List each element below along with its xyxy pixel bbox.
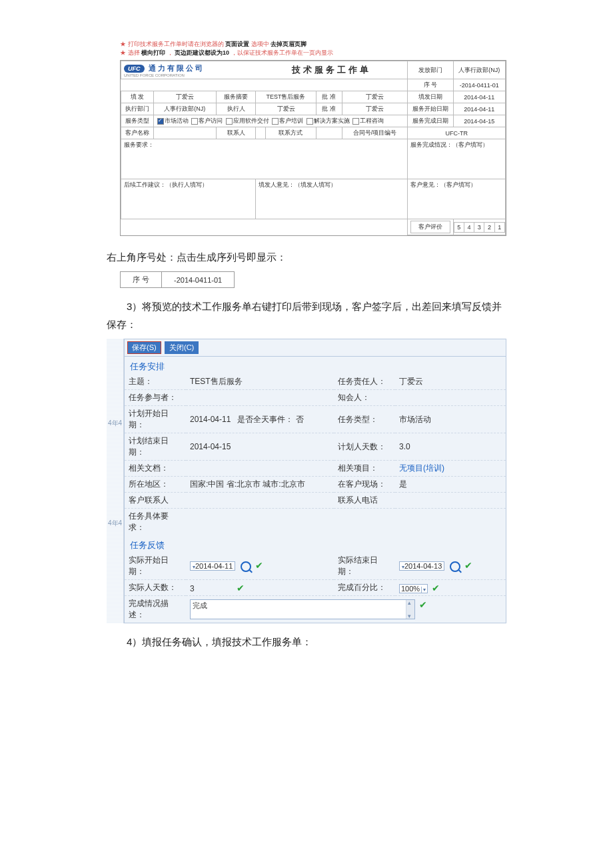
company-name: 通 力 有 限 公 司 (149, 64, 203, 72)
check-icon: ✔ (255, 560, 263, 571)
desc-textarea[interactable]: 完成 (190, 599, 415, 619)
rating-2[interactable]: 2 (484, 222, 494, 232)
doc-label: 相关文档： (125, 461, 186, 477)
value: 丁爱云 (256, 103, 316, 115)
opt-label: 客户培训 (279, 117, 303, 124)
service-type-options: 市场活动 客户访问 应用软件交付 客户培训 解决方案实施 工程咨询 (153, 115, 408, 127)
opt-label: 应用软件交付 (233, 117, 269, 124)
desc-value: 完成 (193, 601, 207, 609)
search-icon[interactable] (241, 561, 251, 572)
save-button[interactable]: 保存(S) (127, 341, 161, 354)
doc-value (186, 461, 334, 477)
calendar-side-strip: 4年4 4年4 (107, 339, 124, 623)
close-button[interactable]: 关闭(C) (165, 341, 199, 354)
label: 执行人 (216, 103, 256, 115)
percent-value: 100% (401, 585, 420, 593)
note-text: 选项中 (251, 41, 269, 47)
scrollbar[interactable] (406, 600, 414, 619)
checkbox-icon[interactable] (191, 118, 198, 125)
search-icon[interactable] (450, 561, 460, 572)
percent-cell: 100%▾ ✔ (395, 580, 506, 596)
rating-4[interactable]: 4 (464, 222, 474, 232)
serial-snip-value: -2014-0411-01 (162, 272, 235, 288)
task-panel: 保存(S) 关闭(C) 任务安排 主题： TEST售后服务 任务责任人： 丁爱云… (124, 339, 506, 623)
requirement-value (186, 509, 506, 536)
serial-snippet: 序 号 -2014-0411-01 (120, 271, 235, 288)
paragraph: 右上角序号处：点击生成序列号即显示： (107, 248, 506, 266)
rating-label: 客户评价 (411, 221, 450, 233)
section-title-feedback: 任务反馈 (125, 535, 506, 553)
contact-label: 客户联系人 (125, 493, 186, 509)
opt-label: 工程咨询 (360, 117, 384, 124)
document-page: ★ 打印技术服务工作单时请在浏览器的 页面设置 选项中 去掉页眉页脚 ★ 选择 … (0, 0, 613, 736)
service-form-screenshot: ★ 打印技术服务工作单时请在浏览器的 页面设置 选项中 去掉页眉页脚 ★ 选择 … (120, 40, 506, 236)
project-link[interactable]: 无项目(培训) (395, 461, 506, 477)
rating-5[interactable]: 5 (454, 222, 464, 232)
check-icon: ✔ (237, 583, 245, 593)
allday-value: 否 (296, 415, 304, 424)
actual-end-datepicker[interactable]: ▾2014-04-13 (399, 561, 444, 571)
subject-label: 主题： (125, 374, 186, 390)
actual-end-label: 实际结束日期： (334, 553, 395, 580)
issuer-opinion-area: 填发人意见：（填发人填写） (256, 179, 408, 219)
value: 2014-04-11 (453, 103, 505, 115)
plan-start-value: 2014-04-11 是否全天事件： 否 (186, 406, 334, 433)
location-value: 国家:中国 省:北京市 城市:北京市 (186, 477, 334, 493)
owner-label: 任务责任人： (334, 374, 395, 390)
value: 人事行政部(NJ) (153, 103, 216, 115)
allday-label: 是否全天事件： (237, 415, 293, 424)
actual-days-cell: 3 ✔ (186, 580, 334, 596)
serial-value: -2014-0411-01 (453, 79, 505, 91)
participant-value (186, 390, 334, 406)
task-type-value: 市场活动 (395, 406, 506, 433)
check-icon: ✔ (464, 560, 472, 571)
participant-label: 任务参与者： (125, 390, 186, 406)
label: 填 发 (121, 91, 154, 103)
label: 填发日期 (408, 91, 453, 103)
plan-days-label: 计划人天数： (334, 433, 395, 461)
checkbox-icon[interactable] (306, 118, 313, 125)
actual-start-date: 2014-04-11 (195, 562, 233, 570)
dropdown-icon: ▾ (421, 587, 426, 593)
note-bold: 页边距建议都设为10 (175, 49, 229, 56)
service-form: UFC 通 力 有 限 公 司 UNITED FORCE CORPORATION… (120, 60, 506, 236)
actual-start-cell: ▾2014-04-11 ✔ (186, 553, 334, 580)
value: 2014-04-11 (453, 91, 505, 103)
checkbox-icon[interactable] (157, 118, 164, 125)
cc-label: 知会人： (334, 390, 395, 406)
plan-end-value: 2014-04-15 (186, 433, 334, 461)
note-text: 打印技术服务工作单时请在浏览器的 (128, 41, 224, 47)
value: TEST售后服务 (256, 91, 316, 103)
checkbox-icon[interactable] (226, 118, 233, 125)
rating-3[interactable]: 3 (474, 222, 484, 232)
section-title-arrange: 任务安排 (125, 357, 506, 374)
actual-start-datepicker[interactable]: ▾2014-04-11 (190, 561, 235, 571)
label: 合同号/项目编号 (342, 127, 408, 139)
rating-1[interactable]: 1 (494, 222, 504, 232)
print-notes: ★ 打印技术服务工作单时请在浏览器的 页面设置 选项中 去掉页眉页脚 ★ 选择 … (120, 40, 506, 57)
note-bold: 横向打印 (141, 49, 165, 56)
checkbox-icon[interactable] (272, 118, 279, 125)
label: 联系方式 (266, 127, 316, 139)
opt-label: 客户访问 (199, 117, 223, 124)
checkbox-icon[interactable] (352, 118, 359, 125)
note-bold: 页面设置 (225, 41, 249, 47)
actual-start-label: 实际开始日期： (125, 553, 186, 580)
next-work-area: 后续工作建议：（执行人填写） (121, 179, 256, 219)
onsite-label: 在客户现场： (334, 477, 395, 493)
percent-select[interactable]: 100%▾ (399, 584, 428, 593)
plan-start-label: 计划开始日期： (125, 406, 186, 433)
desc-label: 完成情况描述： (125, 596, 186, 623)
check-icon: ✔ (432, 583, 440, 593)
location-label: 所在地区： (125, 477, 186, 493)
service-req-area: 服务要求： (121, 139, 408, 179)
requirement-label: 任务具体要求： (125, 509, 186, 536)
form-title: 技术服务工作单 (292, 65, 371, 75)
value (316, 127, 342, 139)
actual-days-value[interactable]: 3 (190, 584, 195, 593)
phone-label: 联系人电话 (334, 493, 395, 509)
ufc-logo: UFC (124, 65, 145, 73)
label: 服务完成日期 (408, 115, 453, 127)
plan-start-date: 2014-04-11 (190, 415, 231, 424)
value: 丁爱云 (153, 91, 216, 103)
